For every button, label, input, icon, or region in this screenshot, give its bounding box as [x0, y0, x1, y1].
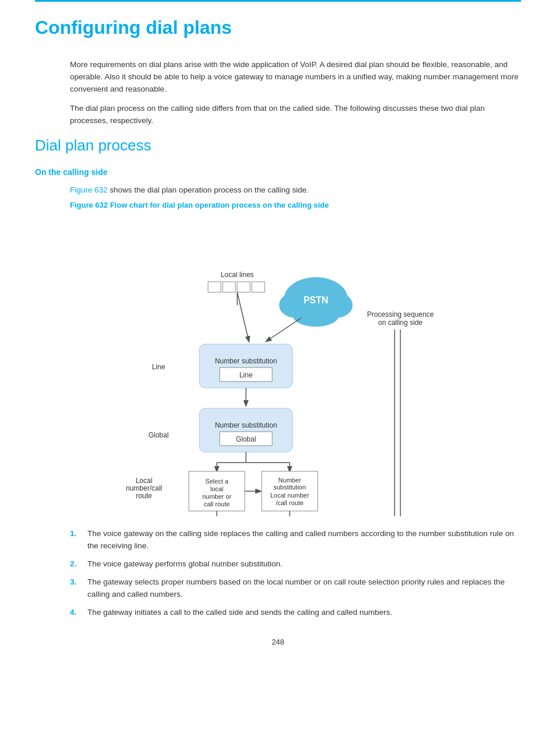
- num-sub-global-text1: Number substitution: [215, 421, 277, 429]
- global-label: Global: [149, 431, 169, 439]
- num-sub-line-text1: Number substitution: [215, 357, 277, 365]
- local-line-box-4: [252, 282, 265, 292]
- line-label: Line: [152, 363, 166, 371]
- select-local-text4: call route: [204, 501, 230, 508]
- figure-ref: Figure 632 shows the dial plan operation…: [70, 184, 521, 196]
- arrow-pstn-left: [266, 318, 301, 341]
- processing-seq-label-1: Processing sequence: [367, 310, 434, 318]
- list-item-4: 4. The gateway initiates a call to the c…: [70, 607, 521, 619]
- num-sub-local-text3: Local number: [270, 492, 309, 499]
- pstn-label: PSTN: [304, 295, 329, 305]
- intro-paragraph-1: More requirements on dial plans arise wi…: [70, 59, 521, 96]
- select-local-text1: Select a: [205, 478, 229, 485]
- numbered-list: 1. The voice gateway on the calling side…: [70, 528, 521, 619]
- list-number-3: 3.: [70, 576, 84, 601]
- page-title: Configuring dial plans: [35, 13, 521, 41]
- local-line-box-3: [237, 282, 250, 292]
- num-sub-local-text2: substitution: [273, 484, 306, 491]
- list-number-4: 4.: [70, 607, 84, 619]
- num-sub-local-text1: Number: [278, 477, 301, 484]
- figure-ref-text: shows the dial plan operation process on…: [108, 186, 309, 194]
- local-line-box-2: [223, 282, 235, 292]
- local-number-label-3: route: [136, 492, 152, 500]
- list-text-4: The gateway initiates a call to the call…: [87, 607, 392, 619]
- local-line-box-1: [208, 282, 221, 292]
- local-number-label-2: number/call: [126, 484, 162, 492]
- arrow-locallines-down: [237, 292, 249, 341]
- select-local-text3: number or: [202, 493, 231, 500]
- list-item-3: 3. The gateway selects proper numbers ba…: [70, 576, 521, 601]
- num-sub-local-text4: /call route: [276, 499, 304, 506]
- processing-seq-label-2: on calling side: [378, 318, 423, 327]
- list-number-1: 1.: [70, 528, 84, 552]
- pstn-cloud-bottom: [293, 303, 339, 327]
- page: Configuring dial plans More requirements…: [0, 0, 556, 756]
- figure-ref-link[interactable]: Figure 632: [70, 186, 108, 194]
- intro-paragraph-2: The dial plan process on the calling sid…: [70, 103, 521, 127]
- list-text-2: The voice gateway performs global number…: [87, 558, 283, 570]
- select-local-text2: local: [210, 485, 224, 492]
- line-inner-text: Line: [240, 371, 253, 379]
- subsection-title: On the calling side: [35, 166, 521, 178]
- local-number-label-1: Local: [136, 477, 153, 485]
- list-item-1: 1. The voice gateway on the calling side…: [70, 528, 521, 552]
- list-text-1: The voice gateway on the calling side re…: [87, 528, 521, 552]
- section-title: Dial plan process: [35, 134, 521, 157]
- list-number-2: 2.: [70, 558, 84, 570]
- diagram-svg: Line Global Local number/call route Proc…: [109, 219, 447, 516]
- figure-caption: Figure 632 Flow chart for dial plan oper…: [70, 200, 521, 211]
- list-text-3: The gateway selects proper numbers based…: [87, 576, 521, 601]
- list-item-2: 2. The voice gateway performs global num…: [70, 558, 521, 570]
- global-inner-text: Global: [236, 435, 256, 443]
- diagram-wrapper: Line Global Local number/call route Proc…: [35, 219, 521, 516]
- page-number: 248: [35, 636, 521, 648]
- top-border: [35, 0, 521, 2]
- local-lines-label: Local lines: [221, 271, 254, 279]
